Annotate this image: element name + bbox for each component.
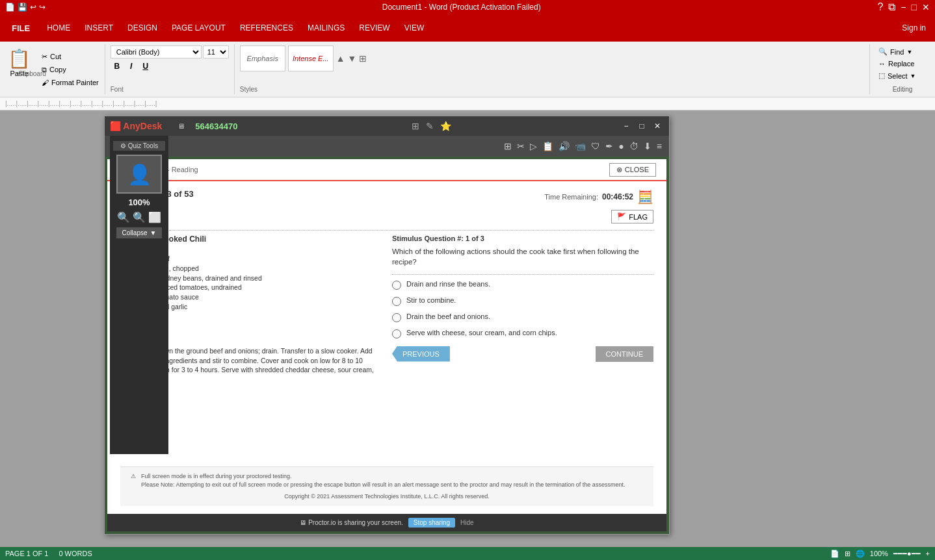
anydesk-close-button[interactable]: ✕ xyxy=(651,121,664,131)
anydesk-action-7[interactable]: 🛡 xyxy=(589,141,602,151)
close-button[interactable]: ✕ xyxy=(922,2,930,12)
bold-button[interactable]: B xyxy=(111,60,124,73)
collapse-button[interactable]: Collapse ▼ xyxy=(116,227,162,238)
clipboard-group: 📋 Paste ✂ Cut ⧉ Copy 🖌 Format Painter Cl… xyxy=(0,44,105,94)
nav-buttons: PREVIOUS CONTINUE xyxy=(392,346,653,362)
font-name-select[interactable]: Calibri (Body) xyxy=(111,45,202,58)
copy-button[interactable]: ⧉ Copy xyxy=(38,64,102,76)
styles-scroll-up[interactable]: ▲ xyxy=(336,53,345,64)
sidebar-settings-icon[interactable]: ⬜ xyxy=(148,211,161,223)
font-group: Calibri (Body) 11 B I U Font xyxy=(105,44,235,94)
paste-button[interactable]: 📋 Paste xyxy=(3,45,36,93)
sign-in-link[interactable]: Sign in xyxy=(895,23,932,32)
anydesk-action-10[interactable]: ⏱ xyxy=(627,141,640,151)
styles-scroll-down[interactable]: ▼ xyxy=(348,53,357,64)
styles-expand[interactable]: ⊞ xyxy=(359,53,367,64)
anydesk-action-1[interactable]: ⊞ xyxy=(502,141,514,151)
anydesk-toolbar-icon-3[interactable]: ⭐ xyxy=(438,121,454,131)
anydesk-action-4[interactable]: 📋 xyxy=(540,141,555,151)
radio-1[interactable] xyxy=(392,281,401,290)
anydesk-action-3[interactable]: ▷ xyxy=(528,141,539,151)
select-button[interactable]: ⬚ Select ▼ xyxy=(875,70,930,82)
style-emphasis[interactable]: Emphasis xyxy=(240,45,285,71)
continue-button[interactable]: CONTINUE xyxy=(596,346,653,362)
format-painter-button[interactable]: 🖌 Format Painter xyxy=(38,77,102,88)
question-column: Stimulus Question #: 1 of 3 Which of the… xyxy=(392,235,653,466)
anydesk-action-2[interactable]: ✂ xyxy=(515,141,527,151)
anydesk-action-12[interactable]: ≡ xyxy=(655,141,664,151)
save-icon[interactable]: 💾 xyxy=(18,3,27,12)
zoom-out-icon[interactable]: 🔍 xyxy=(133,211,146,223)
flag-button[interactable]: 🚩 FLAG xyxy=(611,210,653,223)
zoom-slider[interactable]: ━━━●━━ xyxy=(893,550,921,558)
maximize-button[interactable]: □ xyxy=(912,2,917,12)
stop-sharing-button[interactable]: Stop sharing xyxy=(408,518,455,528)
underline-button[interactable]: U xyxy=(139,60,152,73)
anydesk-action-11[interactable]: ⬇ xyxy=(642,141,653,151)
zoom-in-icon[interactable]: 🔍 xyxy=(117,211,130,223)
previous-button[interactable]: PREVIOUS xyxy=(392,346,450,362)
radio-3[interactable] xyxy=(392,313,401,322)
select-dropdown-icon[interactable]: ▼ xyxy=(910,73,916,79)
title-bar-icons: 📄 💾 ↩ ↪ xyxy=(5,3,46,12)
insert-menu[interactable]: INSERT xyxy=(78,16,120,40)
quiz-tools-text: Quiz Tools xyxy=(128,142,159,149)
anydesk-maximize-button[interactable]: □ xyxy=(635,121,648,131)
anydesk-minimize-button[interactable]: − xyxy=(620,121,633,131)
find-button[interactable]: 🔍 Find ▼ xyxy=(875,45,930,58)
copy-label: Copy xyxy=(49,66,66,73)
answer-option-3[interactable]: Drain the beef and onions. xyxy=(392,312,653,322)
zoom-level: 100% xyxy=(870,550,888,557)
find-dropdown-icon[interactable]: ▼ xyxy=(906,49,912,55)
stimulus-header: Stimulus Question #: 1 of 3 xyxy=(392,235,653,242)
help-icon[interactable]: ? xyxy=(877,1,883,13)
anydesk-action-8[interactable]: ✒ xyxy=(603,141,615,151)
answer-text-4: Serve with cheese, sour cream, and corn … xyxy=(406,329,557,337)
close-quiz-icon: ⊗ xyxy=(616,166,622,174)
notice-text: Full screen mode is in effect during you… xyxy=(141,472,625,490)
answer-option-4[interactable]: Serve with cheese, sour cream, and corn … xyxy=(392,329,653,338)
home-menu[interactable]: HOME xyxy=(40,16,77,40)
anydesk-toolbar-icon-2[interactable]: ✎ xyxy=(423,121,436,131)
references-menu[interactable]: REFERENCES xyxy=(233,16,300,40)
answer-option-2[interactable]: Stir to combine. xyxy=(392,296,653,306)
cut-button[interactable]: ✂ Cut xyxy=(38,51,102,63)
undo-icon[interactable]: ↩ xyxy=(30,3,36,12)
anydesk-toolbar-icon-1[interactable]: ⊞ xyxy=(409,121,422,131)
timer-area: Time Remaining: 00:46:52 🧮 xyxy=(544,189,653,205)
radio-4[interactable] xyxy=(392,329,401,338)
mailings-menu[interactable]: MAILINGS xyxy=(301,16,351,40)
status-right: 📄 ⊞ 🌐 100% ━━━●━━ + xyxy=(830,550,930,558)
web-view-icon[interactable]: 🌐 xyxy=(856,550,865,558)
calculator-icon[interactable]: 🧮 xyxy=(637,189,653,205)
page-layout-menu[interactable]: PAGE LAYOUT xyxy=(165,16,232,40)
review-menu[interactable]: REVIEW xyxy=(352,16,396,40)
window-title: Document1 - Word (Product Activation Fai… xyxy=(46,3,877,12)
italic-button[interactable]: I xyxy=(125,60,138,73)
question-header: Question: 33 of 53 Time Remaining: 00:46… xyxy=(120,189,653,205)
font-size-select[interactable]: 11 xyxy=(203,45,229,58)
hide-button[interactable]: Hide xyxy=(460,519,474,526)
document-view-icon[interactable]: 📄 xyxy=(830,550,839,558)
view-menu[interactable]: VIEW xyxy=(398,16,431,40)
close-quiz-button[interactable]: ⊗ CLOSE xyxy=(609,163,656,177)
style-intense-emphasis[interactable]: Intense E... xyxy=(288,45,334,71)
format-painter-label: Format Painter xyxy=(51,79,99,86)
timer-value: 00:46:52 xyxy=(602,192,633,201)
paste-icon: 📋 xyxy=(8,48,31,70)
anydesk-action-6[interactable]: 📹 xyxy=(573,141,588,151)
redo-icon[interactable]: ↪ xyxy=(39,3,46,12)
radio-2[interactable] xyxy=(392,297,401,306)
answer-option-1[interactable]: Drain and rinse the beans. xyxy=(392,280,653,290)
zoom-in-icon[interactable]: + xyxy=(926,550,930,557)
file-menu[interactable]: FILE xyxy=(3,16,39,40)
quiz-tools-icon: ⚙ xyxy=(120,142,126,149)
minimize-button[interactable]: − xyxy=(901,2,906,12)
anydesk-action-9[interactable]: ● xyxy=(616,141,626,151)
anydesk-action-5[interactable]: 🔊 xyxy=(557,141,572,151)
restore-icon[interactable]: ⧉ xyxy=(888,1,895,13)
two-column-layout: Jo's Slow-Cooked Chili Ingredients 1 lb … xyxy=(120,235,653,466)
print-layout-icon[interactable]: ⊞ xyxy=(845,550,850,558)
design-menu[interactable]: DESIGN xyxy=(121,16,164,40)
replace-button[interactable]: ↔ Replace xyxy=(875,58,930,70)
